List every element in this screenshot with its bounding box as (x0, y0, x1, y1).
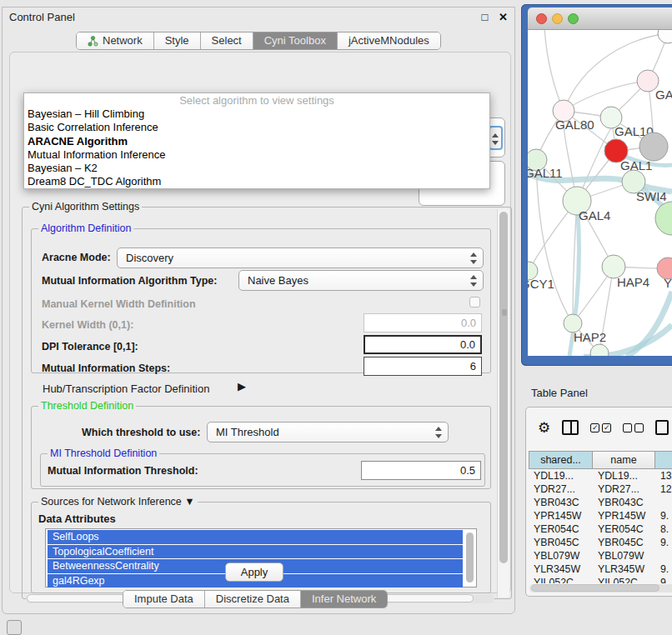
scrollbar-thumb[interactable] (466, 532, 474, 582)
network-node-label: Y (664, 276, 672, 290)
algorithm-dropdown-popup: Select algorithm to view settings Bayesi… (23, 92, 490, 189)
combo-arrows-icon (470, 274, 477, 288)
table-row[interactable]: YBR043C YBR043C (529, 496, 672, 509)
scrollbar-thumb[interactable] (499, 212, 508, 563)
mi-steps-label: Mutual Information Steps: (42, 362, 170, 374)
manual-kernel-label: Manual Kernel Width Definition (42, 298, 196, 310)
cyni-toolbox-content: Select algorithm to view settings Bayesi… (9, 52, 511, 593)
network-edge[interactable] (544, 30, 564, 111)
select-all-columns-icon[interactable]: ✓ ✓ (590, 423, 611, 432)
aracne-mode-select[interactable]: Discovery (117, 248, 484, 268)
close-window-icon[interactable] (536, 13, 547, 24)
mi-algorithm-type-select[interactable]: Naive Bayes (238, 270, 484, 291)
zoom-window-icon[interactable] (568, 13, 579, 24)
menu-item-aracne[interactable]: ARACNE Algorithm (24, 135, 489, 148)
mi-steps-field[interactable]: 6 (364, 357, 482, 376)
panel-grip-icon[interactable] (7, 620, 22, 635)
settings-vscrollbar[interactable] (497, 209, 509, 598)
control-panel-titlebar: Control Panel (3, 8, 514, 28)
network-node-label: GAL80 (555, 118, 594, 132)
table-panel-title: Table Panel (531, 387, 588, 399)
network-edge[interactable] (536, 160, 573, 323)
menu-item-mutual-information[interactable]: Mutual Information Inference (24, 148, 489, 162)
control-panel-window: Control Panel □ ✕ Network Style Select C… (2, 7, 515, 614)
menu-item-bayesian-k2[interactable]: Bayesian – K2 (24, 162, 489, 175)
dpi-tolerance-label: DPI Tolerance [0,1]: (42, 341, 138, 352)
mi-threshold-label: Mutual Information Threshold: (48, 465, 198, 477)
table-hscrollbar[interactable] (529, 584, 672, 592)
tab-impute-data[interactable]: Impute Data (123, 591, 205, 608)
apply-button[interactable]: Apply (225, 562, 283, 582)
table-row[interactable]: YBR045C YBR045C 9. (529, 536, 672, 549)
table-row[interactable]: YER054C YER054C 8. (529, 522, 672, 536)
float-panel-icon[interactable]: □ (482, 11, 489, 23)
network-canvas[interactable]: GALGAL80GAL10GAL1GAL11SWI4GAL4GCY1HAP4YH… (528, 30, 672, 356)
tab-infer-network[interactable]: Infer Network (301, 591, 387, 608)
expand-arrow-icon[interactable]: ▶ (238, 380, 246, 392)
minimize-window-icon[interactable] (552, 13, 563, 24)
close-panel-icon[interactable]: ✕ (499, 11, 508, 23)
table-row[interactable]: YDR27... YDR27... 12 (529, 482, 672, 496)
columns-icon[interactable] (562, 420, 579, 435)
table-row[interactable]: YPR145W YPR145W 9. (529, 509, 672, 522)
mi-threshold-field[interactable]: 0.5 (361, 461, 481, 480)
cyni-algorithm-settings-group: Cyni Algorithm Settings Algorithm Defini… (22, 207, 512, 599)
dpi-tolerance-field[interactable]: 0.0 (364, 335, 482, 354)
network-edge[interactable] (528, 171, 529, 271)
export-table-icon[interactable] (655, 420, 669, 435)
combo-arrows-icon (435, 426, 442, 439)
column-header-name[interactable]: name (593, 451, 655, 469)
network-node-label: GAL (655, 88, 672, 102)
tab-discretize-data[interactable]: Discretize Data (205, 591, 301, 608)
focused-spinner[interactable] (489, 126, 503, 150)
network-node-label: GAL4 (579, 208, 610, 222)
tab-jactivemnodules[interactable]: jActiveMNodules (338, 32, 440, 49)
table-row[interactable]: YIL052C YIL052C 9 (529, 576, 672, 583)
combo-arrows-icon (470, 252, 477, 265)
kernel-width-label: Kernel Width (0,1): (42, 319, 133, 331)
tab-select[interactable]: Select (201, 32, 253, 49)
dropdown-placeholder: Select algorithm to view settings (24, 93, 489, 108)
table-body: YDL19... YDL19... 13 YDR27... YDR27... 1… (529, 469, 672, 583)
scrollbar-thumb[interactable] (531, 584, 659, 592)
deselect-all-columns-icon[interactable] (623, 423, 644, 432)
splitter-handle[interactable] (502, 309, 507, 316)
network-node[interactable] (655, 202, 672, 235)
network-node-label: HAP4 (617, 275, 649, 289)
network-node-label: GAL11 (528, 166, 563, 180)
network-node-label: SWI4 (636, 189, 667, 203)
mi-threshold-definition-group: MI Threshold Definition Mutual Informati… (40, 453, 485, 487)
network-node[interactable] (639, 132, 668, 161)
menu-item-dream8[interactable]: Dream8 DC_TDC Algorithm (24, 175, 489, 188)
manual-kernel-checkbox[interactable] (469, 297, 480, 308)
table-toolbar: ⚙ ✓ ✓ (526, 408, 672, 448)
table-row[interactable]: YBL079W YBL079W (529, 549, 672, 562)
column-header-shared[interactable]: shared... (529, 451, 593, 469)
attribute-item[interactable]: TopologicalCoefficient (48, 545, 463, 559)
table-header-row: shared... name (529, 451, 672, 469)
network-icon (88, 36, 98, 47)
threshold-definition-group: Threshold Definition Which threshold to … (31, 406, 491, 489)
hub-definition-label: Hub/Transcription Factor Definition (43, 382, 209, 395)
network-window-titlebar[interactable] (528, 8, 672, 30)
menu-item-bayesian-hill-climbing[interactable]: Bayesian – Hill Climbing (24, 108, 489, 121)
gear-icon[interactable]: ⚙ (538, 421, 550, 435)
kernel-width-field[interactable]: 0.0 (364, 313, 482, 332)
table-panel: ⚙ ✓ ✓ shared... name YDL19... YDL19... 1… (525, 407, 672, 597)
which-threshold-select[interactable]: MI Threshold (207, 422, 449, 442)
menu-item-basic-correlation[interactable]: Basic Correlation Inference (24, 121, 489, 134)
attribute-item[interactable]: SelfLoops (48, 530, 463, 544)
column-header-cut[interactable] (655, 451, 672, 469)
network-view-window[interactable]: GALGAL80GAL10GAL1GAL11SWI4GAL4GCY1HAP4YH… (521, 4, 672, 366)
tab-network[interactable]: Network (77, 32, 154, 49)
network-edge[interactable] (564, 81, 648, 111)
network-node[interactable] (658, 30, 672, 43)
tab-network-label: Network (103, 32, 143, 49)
table-row[interactable]: YLR345W YLR345W 9. (529, 562, 672, 576)
tab-cyni-toolbox[interactable]: Cyni Toolbox (253, 32, 338, 49)
tab-style[interactable]: Style (154, 32, 201, 49)
data-attributes-label: Data Attributes (38, 512, 116, 525)
network-node-label: HAP2 (574, 330, 606, 344)
collapse-arrow-icon[interactable]: ▼ (184, 496, 194, 508)
table-row[interactable]: YDL19... YDL19... 13 (529, 469, 672, 482)
